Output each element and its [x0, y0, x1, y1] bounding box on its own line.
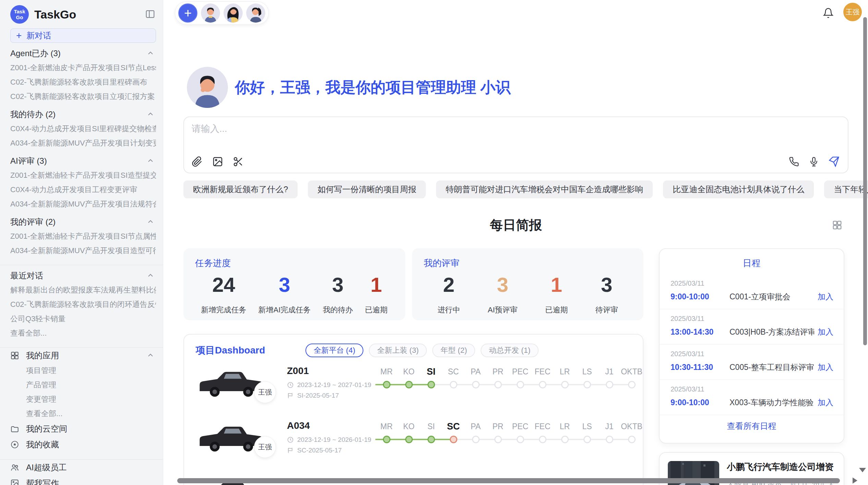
image-icon[interactable] [212, 156, 223, 167]
chevron-up-icon[interactable] [146, 110, 155, 119]
sidebar-item[interactable]: C0X4-动力总成开发项目SI里程碑提交物检查 [10, 122, 156, 136]
clock-icon [287, 382, 294, 388]
milestone-j1: J1 [598, 366, 620, 413]
view-all-schedule-link[interactable]: 查看所有日程 [660, 421, 844, 432]
section-header-recent[interactable]: 最近对话 [10, 269, 156, 283]
tool-ai-super-staff[interactable]: AI超级员工 [10, 460, 156, 475]
join-link[interactable]: 加入 [818, 327, 833, 337]
vertical-scrollbar[interactable] [863, 17, 867, 345]
schedule-date: 2025/03/11 [671, 315, 833, 323]
section-header-ai-review[interactable]: AI评审 (3) [10, 154, 156, 168]
schedule-event-title: C003|H0B-方案冻结评审 [730, 327, 814, 337]
my-favorites[interactable]: 我的收藏 [10, 437, 156, 452]
suggestion-chip[interactable]: 特朗普可能对进口汽车增税会对中国车企造成哪些影响 [436, 181, 653, 198]
milestone-j1: J1 [598, 421, 620, 468]
tab-model-year[interactable]: 年型 (2) [432, 344, 475, 357]
chevron-up-icon[interactable] [146, 157, 155, 165]
chevron-up-icon[interactable] [146, 351, 155, 360]
sidebar-item[interactable]: A034-全新新能源MUV产品开发项目造型可行性评审 [10, 244, 156, 258]
scroll-down-arrow[interactable] [859, 468, 866, 472]
app-title: TaskGo [34, 8, 76, 21]
layout-grid-icon[interactable] [832, 220, 842, 230]
milestone-dot-sc [450, 381, 457, 388]
milestone-dot-pa [472, 381, 480, 388]
divider [0, 265, 163, 265]
milestone-sc: SC [442, 421, 465, 468]
chat-input[interactable] [192, 123, 740, 147]
sidebar: Task Go TaskGo + 新对话 Agent已办 (3) Z001-全新… [0, 0, 163, 485]
schedule-event-title: X003-车辆动力学性能验... [730, 397, 814, 408]
horizontal-scrollbar[interactable] [177, 478, 840, 483]
suggestion-chip[interactable]: 欧洲新规最近颁布了什么? [183, 181, 298, 198]
sidebar-item[interactable]: A034-全新新能源MUV产品开发项目计划变更表编写 [10, 136, 156, 150]
flag-icon [287, 392, 294, 399]
chevron-up-icon[interactable] [146, 272, 155, 280]
chevron-up-icon[interactable] [146, 218, 155, 226]
milestone-lr: LR [554, 421, 576, 468]
app-item-product-mgmt[interactable]: 产品管理 [10, 378, 156, 392]
section-header-agent-done[interactable]: Agent已办 (3) [10, 46, 156, 61]
my-apps-header[interactable]: 我的应用 [10, 348, 156, 363]
sidebar-item[interactable]: A034-全新新能源MUV产品开发项目法规符合性评审 [10, 197, 156, 211]
my-review-card: 我的评审 2进行中 3AI预评审 1已逾期 3待评审 [412, 248, 643, 320]
milestone-dot-ko [405, 381, 413, 388]
milestone-sc: SC [442, 366, 465, 413]
milestone-dot-lr [561, 381, 569, 388]
sidebar-collapse-icon[interactable] [145, 9, 155, 19]
composer-right-icons [789, 156, 840, 167]
sidebar-item[interactable]: C02-飞腾新能源轻客改款项目立项汇报方案 [10, 89, 156, 104]
schedule-time: 10:30-11:30 [671, 363, 730, 372]
milestone-dot-si [427, 381, 435, 388]
send-icon[interactable] [829, 156, 840, 167]
recent-chat-item[interactable]: 解释最新出台的欧盟报废车法规再生塑料比例被调至15%... [10, 283, 156, 297]
project-row: 王强 Z001 2023-12-19 ~ 2027-01-19 SI-2025-… [196, 365, 631, 413]
chevron-up-icon[interactable] [146, 49, 155, 58]
section-header-my-review[interactable]: 我的评审 (2) [10, 215, 156, 229]
microphone-icon[interactable] [809, 157, 819, 167]
scissors-icon[interactable] [233, 156, 244, 167]
milestone-ko: KO [398, 421, 420, 468]
join-link[interactable]: 加入 [818, 362, 833, 373]
milestone-si: SI [420, 366, 442, 413]
suggestion-chip[interactable]: 当下年轻人对汽车外观有怎样的喜好趋势 [824, 181, 868, 198]
scroll-right-arrow[interactable] [853, 477, 857, 484]
app-item-project-mgmt[interactable]: 项目管理 [10, 363, 156, 378]
greeting-text: 你好，王强，我是你的项目管理助理 小识 [235, 67, 510, 108]
apps-view-all[interactable]: 查看全部... [10, 407, 156, 421]
milestone-dot-j1 [606, 381, 613, 388]
recent-view-all[interactable]: 查看全部... [10, 326, 156, 340]
paperclip-icon[interactable] [192, 156, 203, 167]
milestone-pa: PA [465, 421, 487, 468]
suggestion-chip[interactable]: 比亚迪全固态电池计划具体说了什么 [663, 181, 814, 198]
logo-text-1: Task [14, 9, 25, 14]
sidebar-item[interactable]: Z001-全新燃油皮卡产品开发项目SI节点Lesson Learn报告 [10, 61, 156, 75]
clock-icon [287, 436, 294, 443]
my-cloud-space[interactable]: 我的云空间 [10, 421, 156, 437]
plus-icon: + [16, 30, 22, 41]
sidebar-item[interactable]: C02-飞腾新能源轻客改款项目里程碑画布 [10, 75, 156, 89]
left-column: 任务进度 24新增完成任务 3新增AI完成任务 3我的待办 1已逾期 我的评审 [183, 248, 643, 485]
tab-powertrain[interactable]: 动总开发 (1) [481, 344, 539, 357]
tab-new-platform[interactable]: 全新平台 (4) [305, 344, 363, 357]
recent-chat-item[interactable]: C02-飞腾新能源轻客改款项目的闭环通告反馈情况 [10, 297, 156, 312]
milestone-pec: PEC [509, 421, 531, 468]
milestone-dot-ls [583, 436, 591, 443]
suggestion-chip[interactable]: 如何写一份清晰的项目周报 [308, 181, 426, 198]
phone-icon[interactable] [789, 157, 799, 167]
sidebar-item[interactable]: Z001-全新燃油轻卡产品开发项目SI造型提交物评审 [10, 168, 156, 183]
project-owner-badge: 王强 [254, 381, 276, 403]
project-info: A034 2023-12-19 ~ 2026-01-19 SC-2025-05-… [287, 420, 373, 468]
sidebar-item[interactable]: Z001-全新燃油轻卡产品开发项目SI节点属性5D文件评审 [10, 229, 156, 244]
tool-help-me-write[interactable]: 帮我写作 [10, 475, 156, 485]
schedule-item: 2025/03/11 9:00-10:00 C001-立项审批会 加入 [660, 274, 844, 309]
new-chat-button[interactable]: + 新对话 [10, 28, 156, 43]
section-header-my-todo[interactable]: 我的待办 (2) [10, 107, 156, 122]
tab-new-body[interactable]: 全新上装 (3) [369, 344, 427, 357]
project-dates: 2023-12-19 ~ 2026-01-19 [297, 436, 371, 444]
milestone-pr: PR [487, 366, 509, 413]
join-link[interactable]: 加入 [818, 291, 833, 302]
join-link[interactable]: 加入 [818, 397, 833, 408]
app-item-change-mgmt[interactable]: 变更管理 [10, 392, 156, 407]
recent-chat-item[interactable]: 公司Q3轻卡销量 [10, 312, 156, 326]
sidebar-item[interactable]: C0X4-动力总成开发项目工程变更评审 [10, 183, 156, 197]
